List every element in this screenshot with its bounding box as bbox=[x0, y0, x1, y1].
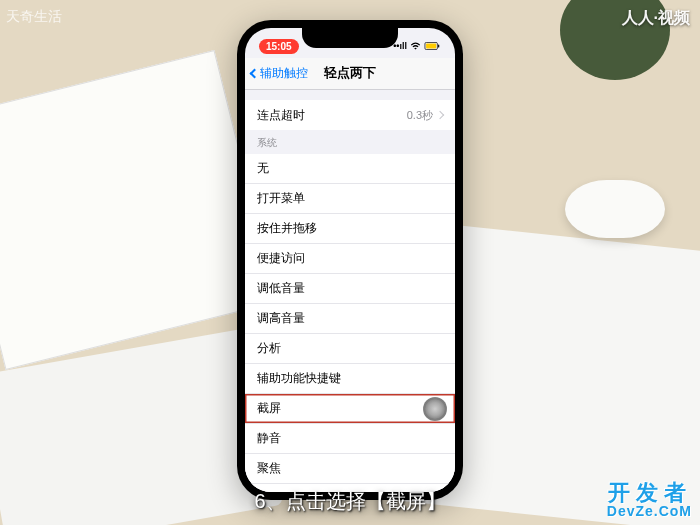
wifi-icon bbox=[410, 42, 421, 50]
phone-frame: 15:05 ••ıll 辅助触控 轻点两下 连点超时 0.3秒 bbox=[237, 20, 463, 500]
chevron-left-icon bbox=[250, 69, 260, 79]
status-indicators: ••ıll bbox=[393, 41, 441, 51]
option-label: 无 bbox=[257, 161, 269, 176]
nav-bar: 辅助触控 轻点两下 bbox=[245, 58, 455, 90]
settings-content: 连点超时 0.3秒 系统 无打开菜单按住并拖移便捷访问调低音量调高音量分析辅助功… bbox=[245, 100, 455, 492]
brand-line1: 开发者 bbox=[607, 481, 692, 504]
option-row[interactable]: 调低音量 bbox=[245, 274, 455, 304]
option-row[interactable]: 静音 bbox=[245, 424, 455, 454]
option-label: 调高音量 bbox=[257, 311, 305, 326]
option-label: 静音 bbox=[257, 431, 281, 446]
option-row[interactable]: 打开菜单 bbox=[245, 184, 455, 214]
watermark-top-left: 天奇生活 bbox=[6, 8, 62, 26]
option-row[interactable]: 调高音量 bbox=[245, 304, 455, 334]
option-row[interactable]: 便捷访问 bbox=[245, 244, 455, 274]
option-row[interactable]: 辅助功能快捷键 bbox=[245, 364, 455, 394]
instruction-caption: 6、点击选择【截屏】 bbox=[254, 488, 445, 515]
status-time: 15:05 bbox=[259, 39, 299, 54]
chevron-right-icon bbox=[436, 111, 444, 119]
section-header: 系统 bbox=[245, 130, 455, 154]
option-label: 按住并拖移 bbox=[257, 221, 317, 236]
mouse-prop bbox=[565, 180, 665, 238]
option-row[interactable]: 分析 bbox=[245, 334, 455, 364]
option-label: 辅助功能快捷键 bbox=[257, 371, 341, 386]
options-list: 无打开菜单按住并拖移便捷访问调低音量调高音量分析辅助功能快捷键截屏静音聚焦控制中… bbox=[245, 154, 455, 492]
option-label: 便捷访问 bbox=[257, 251, 305, 266]
option-label: 截屏 bbox=[257, 401, 281, 416]
option-row[interactable]: 截屏 bbox=[245, 394, 455, 424]
phone-screen: 15:05 ••ıll 辅助触控 轻点两下 连点超时 0.3秒 bbox=[245, 28, 455, 492]
row-label: 连点超时 bbox=[257, 108, 305, 123]
svg-rect-2 bbox=[438, 44, 439, 47]
back-label: 辅助触控 bbox=[260, 65, 308, 82]
svg-rect-1 bbox=[426, 44, 436, 49]
watermark-bottom-right: 开发者 DevZe.CoM bbox=[607, 481, 692, 519]
option-row[interactable]: 无 bbox=[245, 154, 455, 184]
option-label: 调低音量 bbox=[257, 281, 305, 296]
page-title: 轻点两下 bbox=[324, 65, 376, 82]
timeout-row[interactable]: 连点超时 0.3秒 bbox=[245, 100, 455, 130]
option-row[interactable]: 按住并拖移 bbox=[245, 214, 455, 244]
brand-line2: DevZe.CoM bbox=[607, 504, 692, 519]
option-label: 分析 bbox=[257, 341, 281, 356]
option-row[interactable]: 聚焦 bbox=[245, 454, 455, 484]
battery-icon bbox=[424, 42, 441, 50]
watermark-top-right: 人人·视频 bbox=[622, 8, 690, 29]
signal-icon: ••ıll bbox=[393, 41, 407, 51]
option-label: 打开菜单 bbox=[257, 191, 305, 206]
row-value: 0.3秒 bbox=[407, 108, 443, 123]
notch bbox=[302, 28, 398, 48]
option-label: 聚焦 bbox=[257, 461, 281, 476]
assistive-touch-icon[interactable] bbox=[423, 397, 447, 421]
back-button[interactable]: 辅助触控 bbox=[251, 65, 308, 82]
